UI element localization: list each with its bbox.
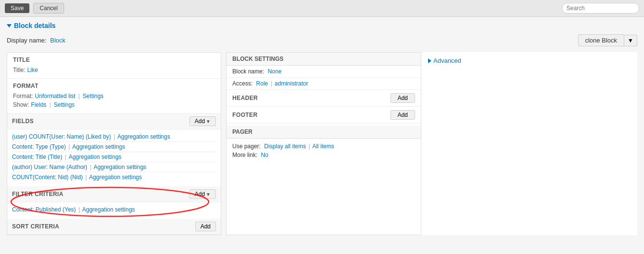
advanced-expand-icon — [428, 58, 431, 63]
display-name-area: Display name: Block — [7, 37, 66, 44]
collapse-icon[interactable] — [7, 24, 12, 28]
field-agg-5[interactable]: Aggregation settings — [89, 174, 142, 181]
sort-add-label: Add — [201, 223, 211, 230]
advanced-section[interactable]: Advanced — [428, 57, 631, 64]
field-main-5[interactable]: COUNT(Content: Nid) (Nid) — [12, 174, 83, 181]
header-row: HEADER Add — [227, 90, 421, 107]
access-value1[interactable]: Role — [256, 80, 268, 87]
all-items-link[interactable]: All items — [312, 143, 334, 150]
sort-criteria-label: SORT CRITERIA — [12, 223, 59, 230]
header-label: HEADER — [232, 95, 258, 101]
sort-add-button[interactable]: Add — [195, 222, 216, 231]
field-main-4[interactable]: (author) User: Name (Author) — [12, 164, 87, 170]
field-item-2: Content: Type (Type) | Aggregation setti… — [12, 142, 216, 152]
clone-block-arrow[interactable]: ▼ — [624, 35, 637, 46]
field-agg-4[interactable]: Aggregation settings — [94, 164, 146, 170]
right-panel: Advanced — [421, 52, 637, 235]
page-content: Block details Display name: Block clone … — [0, 17, 644, 240]
block-details-header: Block details — [7, 22, 637, 29]
middle-panel: BLOCK SETTINGS Block name: None Access: … — [226, 52, 421, 235]
field-item-1: (user) COUNT(User: Name) (Liked by) | Ag… — [12, 132, 216, 142]
block-name-label: Block name: — [232, 68, 264, 75]
advanced-label: Advanced — [433, 57, 461, 64]
show-settings-link[interactable]: Settings — [54, 101, 75, 108]
filter-main-1[interactable]: Content: Published (Yes) — [12, 206, 76, 213]
field-main-1[interactable]: (user) COUNT(User: Name) (Liked by) — [12, 133, 111, 140]
block-settings-title: BLOCK SETTINGS — [227, 53, 421, 66]
field-item-4: (author) User: Name (Author) | Aggregati… — [12, 162, 216, 172]
header-add-label: Add — [398, 95, 408, 101]
title-value[interactable]: Like — [27, 67, 38, 73]
main-grid: TITLE Title: Like FORMAT Format: Unforma… — [7, 52, 637, 235]
filter-add-arrow: ▼ — [206, 192, 211, 197]
fields-section: FIELDS Add ▼ (user) COUNT(User: Name) (L… — [7, 113, 221, 184]
title-row: Title: Like — [13, 66, 215, 74]
footer-row: FOOTER Add — [227, 107, 421, 124]
access-value2[interactable]: administrator — [275, 80, 308, 87]
use-pager-label: Use pager: — [232, 143, 261, 150]
search-input[interactable] — [562, 3, 639, 14]
header-add-button[interactable]: Add — [390, 93, 415, 103]
pager-section-title: PAGER — [227, 126, 421, 139]
footer-label: FOOTER — [232, 112, 257, 118]
filter-agg-1[interactable]: Aggregation settings — [82, 206, 134, 213]
format-settings-link[interactable]: Settings — [83, 93, 104, 99]
display-name-row: Display name: Block clone Block ▼ — [7, 34, 637, 46]
top-bar: Save Cancel — [0, 0, 644, 17]
display-name-label: Display name: — [7, 37, 46, 44]
save-button[interactable]: Save — [5, 3, 29, 13]
clone-btn-wrap: clone Block ▼ — [578, 34, 637, 46]
filter-add-button[interactable]: Add ▼ — [189, 189, 216, 199]
sort-criteria-section: SORT CRITERIA Add — [7, 219, 221, 235]
footer-add-button[interactable]: Add — [390, 110, 415, 120]
footer-add-label: Add — [398, 112, 408, 118]
top-right-area — [562, 3, 639, 14]
left-panel: TITLE Title: Like FORMAT Format: Unforma… — [7, 52, 221, 235]
format-section-label: FORMAT — [13, 83, 215, 89]
field-item-5: COUNT(Content: Nid) (Nid) | Aggregation … — [12, 172, 216, 182]
fields-label: FIELDS — [12, 118, 34, 125]
fields-header-row: FIELDS Add ▼ — [7, 113, 221, 129]
field-main-2[interactable]: Content: Type (Type) — [12, 143, 66, 150]
field-main-3[interactable]: Content: Title (Title) — [12, 154, 62, 160]
filter-criteria-header-row: FILTER CRITERIA Add ▼ — [7, 186, 221, 202]
access-label: Access: — [232, 80, 253, 87]
show-fields-link[interactable]: Fields — [31, 101, 46, 108]
sort-criteria-header-row: SORT CRITERIA Add — [7, 219, 221, 235]
format-section: FORMAT Format: Unformatted list | Settin… — [7, 79, 221, 113]
clone-block-button[interactable]: clone Block — [578, 34, 624, 46]
format-label: Format: — [13, 93, 33, 99]
block-name-row: Block name: None — [227, 66, 421, 78]
fields-add-label: Add — [195, 118, 205, 125]
field-item-3: Content: Title (Title) | Aggregation set… — [12, 152, 216, 162]
filter-add-label: Add — [195, 191, 205, 198]
title-label: Title: — [13, 67, 26, 73]
format-link[interactable]: Unformatted list — [35, 93, 75, 99]
filter-list: Content: Published (Yes) | Aggregation s… — [7, 202, 221, 217]
show-row: Show: Fields | Settings — [13, 100, 215, 109]
field-agg-3[interactable]: Aggregation settings — [68, 154, 121, 160]
show-label: Show: — [13, 101, 29, 108]
use-pager-value[interactable]: Display all items — [264, 143, 306, 150]
filter-criteria-label: FILTER CRITERIA — [12, 191, 64, 198]
filter-item-1: Content: Published (Yes) | Aggregation s… — [12, 205, 216, 214]
block-name-value[interactable]: None — [268, 68, 282, 75]
block-details-title: Block details — [14, 22, 55, 29]
cancel-button[interactable]: Cancel — [33, 3, 64, 14]
more-link-value[interactable]: No — [261, 152, 268, 158]
more-link-label: More link: — [232, 152, 257, 158]
format-row: Format: Unformatted list | Settings — [13, 92, 215, 100]
field-agg-1[interactable]: Aggregation settings — [118, 133, 170, 140]
title-section: TITLE Title: Like — [7, 53, 221, 79]
use-pager-row: Use pager: Display all items | All items — [232, 142, 415, 151]
access-row: Access: Role | administrator — [227, 78, 421, 90]
filter-criteria-section: FILTER CRITERIA Add ▼ Content: Published… — [7, 186, 221, 217]
more-link-row: More link: No — [232, 151, 415, 159]
display-name-value[interactable]: Block — [50, 37, 66, 44]
fields-add-button[interactable]: Add ▼ — [189, 116, 216, 126]
title-section-label: TITLE — [13, 56, 215, 63]
fields-list: (user) COUNT(User: Name) (Liked by) | Ag… — [7, 129, 221, 184]
fields-add-arrow: ▼ — [206, 119, 211, 124]
pager-content: Use pager: Display all items | All items… — [227, 139, 421, 163]
field-agg-2[interactable]: Aggregation settings — [72, 143, 125, 150]
